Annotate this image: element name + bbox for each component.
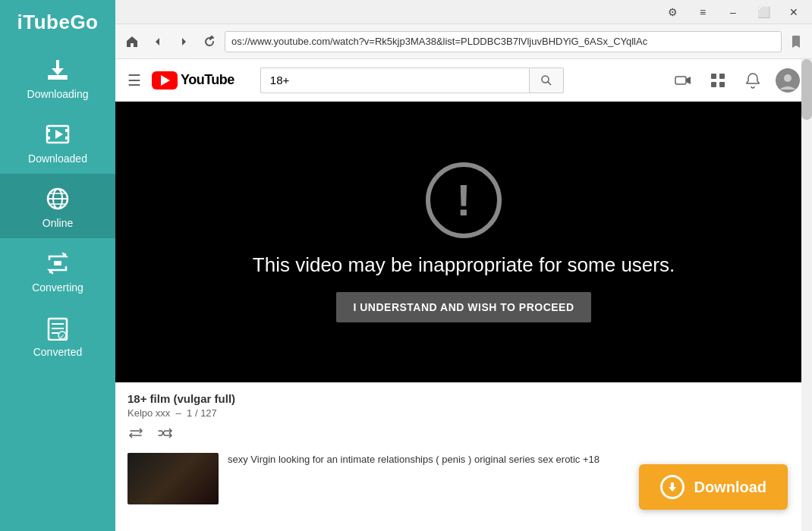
svg-rect-29 [719,74,725,79]
youtube-logo-icon [152,71,178,90]
minimize-button[interactable]: – [718,0,748,24]
browser-content[interactable]: ☰ YouTube [115,59,812,531]
refresh-button[interactable] [199,31,220,52]
address-bar [115,24,812,59]
sidebar-item-converted-label: Converted [33,346,83,358]
video-title-text: 18+ film (vulgar full) [127,392,235,405]
svg-rect-5 [47,129,50,132]
svg-rect-31 [719,82,725,87]
sidebar: iTubeGo Downloading Downloaded [0,0,115,531]
svg-marker-9 [55,130,63,139]
yt-search-input[interactable] [260,68,529,93]
svg-rect-28 [711,74,716,79]
svg-point-33 [784,74,792,82]
svg-rect-30 [711,82,716,87]
svg-rect-6 [47,137,50,140]
svg-rect-8 [65,137,68,140]
shuffle-icon[interactable] [156,425,173,445]
yt-camera-icon[interactable] [671,68,695,93]
yt-search-button[interactable] [529,68,564,93]
sidebar-item-online[interactable]: Online [0,174,115,238]
sidebar-item-downloaded[interactable]: Downloaded [0,109,115,174]
sidebar-item-downloading[interactable]: Downloading [0,45,115,109]
yt-header-actions [671,68,800,93]
svg-rect-26 [675,77,686,84]
yt-grid-icon[interactable] [706,68,730,93]
globe-icon [43,184,72,213]
sidebar-item-downloading-label: Downloading [27,88,89,100]
video-info: 18+ film (vulgar full) Kelpo xxx – 1 / 1… [115,382,812,445]
proceed-button[interactable]: I UNDERSTAND AND WISH TO PROCEED [336,292,590,322]
sidebar-item-converted[interactable]: ✓ Converted [0,303,115,367]
home-button[interactable] [121,31,143,52]
restore-button[interactable]: ⬜ [748,0,779,24]
url-input[interactable] [225,31,782,52]
svg-rect-0 [48,75,68,77]
video-thumbnail[interactable] [127,453,219,504]
svg-line-25 [547,81,551,85]
forward-button[interactable] [173,31,194,52]
thumbnail-image [127,453,219,504]
download-button-label: Download [694,479,766,496]
sidebar-item-converting[interactable]: Converting [0,238,115,303]
yt-header: ☰ YouTube [115,59,812,102]
svg-marker-2 [52,68,64,75]
svg-rect-17 [54,261,61,266]
app-title: iTubeGo [0,0,115,45]
description-text: sexy Virgin looking for an intimate rela… [228,454,600,465]
youtube-logo-text: YouTube [181,72,234,88]
video-warning-overlay: ! This video may be inappropriate for so… [253,162,675,322]
repeat-icon[interactable] [127,425,144,445]
settings-button[interactable]: ⚙ [657,0,688,24]
converted-list-icon: ✓ [43,313,72,342]
video-description: sexy Virgin looking for an intimate rela… [228,453,600,467]
yt-avatar[interactable] [776,68,800,93]
youtube-play-triangle [161,75,170,86]
sidebar-item-online-label: Online [42,217,73,229]
video-subtitle: Kelpo xxx – 1 / 127 [127,407,800,419]
scrollbar[interactable] [801,59,812,531]
close-button[interactable]: ✕ [779,0,809,24]
svg-rect-7 [65,129,68,132]
back-button[interactable] [147,31,168,52]
video-player: ! This video may be inappropriate for so… [115,102,812,382]
svg-rect-3 [48,77,68,80]
film-strip-icon [43,120,72,149]
youtube-logo[interactable]: YouTube [152,71,234,90]
playlist-position: 1 / 127 [187,407,217,419]
video-warning-text: This video may be inappropriate for some… [253,253,675,277]
video-controls-row [127,425,800,445]
hamburger-icon[interactable]: ☰ [127,71,141,90]
yt-bell-icon[interactable] [741,68,765,93]
sidebar-item-converting-label: Converting [32,281,83,294]
convert-icon [43,249,72,278]
channel-name: Kelpo xxx [127,407,170,419]
sidebar-item-downloaded-label: Downloaded [28,152,87,165]
download-tray-icon [43,55,72,84]
svg-marker-35 [669,487,676,492]
scrollbar-thumb[interactable] [801,59,812,120]
download-button[interactable]: Download [639,464,788,510]
svg-text:✓: ✓ [60,334,65,339]
main-area: ⚙ ≡ – ⬜ ✕ [115,0,812,531]
menu-button[interactable]: ≡ [688,0,718,24]
svg-marker-27 [686,77,691,84]
video-title: 18+ film (vulgar full) [127,392,800,405]
window-controls: ⚙ ≡ – ⬜ ✕ [115,0,812,24]
yt-search-bar [260,68,564,93]
bookmark-icon[interactable] [786,32,806,52]
download-circle-icon [660,475,685,499]
warning-exclamation-icon: ! [426,162,502,238]
